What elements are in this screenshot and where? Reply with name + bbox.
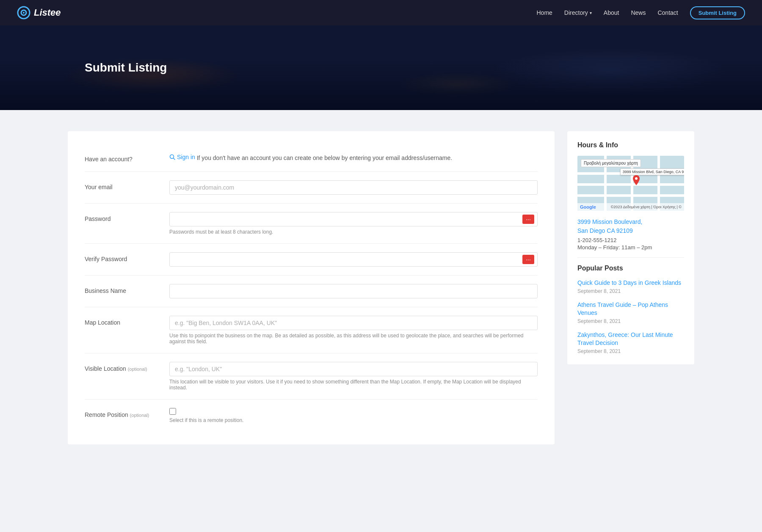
post-item-2: Athens Travel Guide – Pop Athens Venues …	[577, 301, 684, 324]
hours-info-title: Hours & Info	[577, 141, 684, 149]
map-location-hint: Use this to poinpoint the business on th…	[169, 333, 538, 345]
map-pin	[631, 175, 641, 185]
map-overlay-label[interactable]: Προβολή μεγαλύτερου χάρτη	[581, 159, 641, 167]
map-background: Προβολή μεγαλύτερου χάρτη 3999 Mission B…	[577, 156, 684, 211]
remote-position-field-wrapper: Select if this is a remote position.	[169, 408, 538, 423]
popular-posts-title: Popular Posts	[577, 265, 684, 272]
logo-text: Listee	[34, 7, 61, 18]
svg-point-2	[23, 12, 25, 14]
sign-in-link[interactable]: Sign in	[169, 152, 195, 162]
sidebar-divider	[577, 257, 684, 258]
visible-location-input[interactable]	[169, 362, 538, 376]
visible-location-field-wrapper: This location will be visible to your vi…	[169, 362, 538, 391]
remote-position-label: Remote Position (optional)	[85, 408, 161, 418]
verify-password-toggle-button[interactable]: ···	[522, 255, 534, 264]
password-input[interactable]	[169, 212, 538, 226]
svg-line-4	[174, 158, 175, 160]
submit-form: Have an account? Sign in If you don't ha…	[68, 131, 555, 444]
remote-position-row: Remote Position (optional) Select if thi…	[85, 400, 538, 432]
visible-location-row: Visible Location (optional) This locatio…	[85, 353, 538, 400]
map-location-row: Map Location Use this to poinpoint the b…	[85, 307, 538, 353]
post-date-2: September 8, 2021	[577, 318, 684, 324]
hero-banner: Submit Listing	[0, 25, 762, 110]
navbar: Listee Home Directory About News Contact…	[0, 0, 762, 25]
post-link-1[interactable]: Quick Guide to 3 Days in Greek Islands	[577, 279, 684, 287]
have-account-row: Have an account? Sign in If you don't ha…	[85, 144, 538, 172]
map-location-input[interactable]	[169, 316, 538, 330]
search-icon	[169, 154, 175, 160]
verify-password-input[interactable]	[169, 252, 538, 267]
post-date-3: September 8, 2021	[577, 348, 684, 354]
post-item-1: Quick Guide to 3 Days in Greek Islands S…	[577, 279, 684, 294]
nav-contact[interactable]: Contact	[657, 9, 678, 16]
nav-news[interactable]: News	[631, 9, 646, 16]
email-label: Your email	[85, 180, 161, 190]
email-field-wrapper	[169, 180, 538, 195]
logo-icon	[17, 6, 30, 19]
nav-home[interactable]: Home	[536, 9, 552, 16]
logo[interactable]: Listee	[17, 6, 61, 19]
visible-location-hint: This location will be visible to your vi…	[169, 379, 538, 391]
nav-about[interactable]: About	[604, 9, 619, 16]
hero-title: Submit Listing	[85, 61, 167, 74]
visible-location-label: Visible Location (optional)	[85, 362, 161, 372]
map-road	[657, 156, 660, 211]
post-item-3: Zakynthos, Greece: Our Last Minute Trave…	[577, 331, 684, 354]
submit-listing-nav-button[interactable]: Submit Listing	[690, 6, 745, 19]
password-toggle-button[interactable]: ···	[522, 215, 534, 224]
map-container[interactable]: Προβολή μεγαλύτερου χάρτη 3999 Mission B…	[577, 156, 684, 211]
have-account-label: Have an account?	[85, 152, 161, 163]
verify-password-row: Verify Password ···	[85, 244, 538, 276]
hours-info-card: Hours & Info Προβολή μεγαλύτερου χάρτη 3…	[567, 131, 694, 364]
address-hours: Monday – Friday: 11am – 2pm	[577, 244, 684, 251]
verify-password-label: Verify Password	[85, 252, 161, 262]
post-link-2[interactable]: Athens Travel Guide – Pop Athens Venues	[577, 301, 684, 317]
verify-password-field-wrapper: ···	[169, 252, 538, 267]
password-hint: Passwords must be at least 8 characters …	[169, 229, 538, 235]
map-location-field-wrapper: Use this to poinpoint the business on th…	[169, 316, 538, 345]
main-content: Have an account? Sign in If you don't ha…	[0, 110, 762, 466]
remote-position-hint: Select if this is a remote position.	[169, 417, 538, 423]
business-name-input[interactable]	[169, 284, 538, 298]
email-row: Your email	[85, 172, 538, 204]
remote-position-checkbox[interactable]	[169, 408, 176, 415]
map-address-bubble: 3999 Mission Blvd, San Diego, CA 92109..…	[620, 168, 684, 175]
map-copyright: ©2023 Δεδομένα χάρτη | Όροι Χρήσης | ©	[611, 205, 682, 209]
password-field-wrapper: ··· Passwords must be at least 8 charact…	[169, 212, 538, 235]
post-link-3[interactable]: Zakynthos, Greece: Our Last Minute Trave…	[577, 331, 684, 347]
address-link[interactable]: 3999 Mission Boulevard, San Diego CA 921…	[577, 218, 684, 235]
google-logo: Google	[580, 204, 596, 209]
post-date-1: September 8, 2021	[577, 288, 684, 294]
address-block: 3999 Mission Boulevard, San Diego CA 921…	[577, 218, 684, 251]
business-name-label: Business Name	[85, 284, 161, 294]
password-row: Password ··· Passwords must be at least …	[85, 204, 538, 244]
email-input[interactable]	[169, 180, 538, 195]
address-phone: 1-202-555-1212	[577, 237, 684, 243]
map-location-label: Map Location	[85, 316, 161, 326]
password-label: Password	[85, 212, 161, 222]
nav-directory[interactable]: Directory	[564, 9, 592, 16]
nav-links: Home Directory About News Contact Submit…	[536, 6, 745, 19]
business-name-field-wrapper	[169, 284, 538, 298]
sign-in-content: Sign in If you don't have an account you…	[169, 152, 538, 163]
map-bottom-bar: Google ©2023 Δεδομένα χάρτη | Όροι Χρήση…	[577, 203, 684, 211]
business-name-row: Business Name	[85, 276, 538, 307]
svg-point-5	[635, 177, 638, 180]
sidebar: Hours & Info Προβολή μεγαλύτερου χάρτη 3…	[567, 131, 694, 373]
